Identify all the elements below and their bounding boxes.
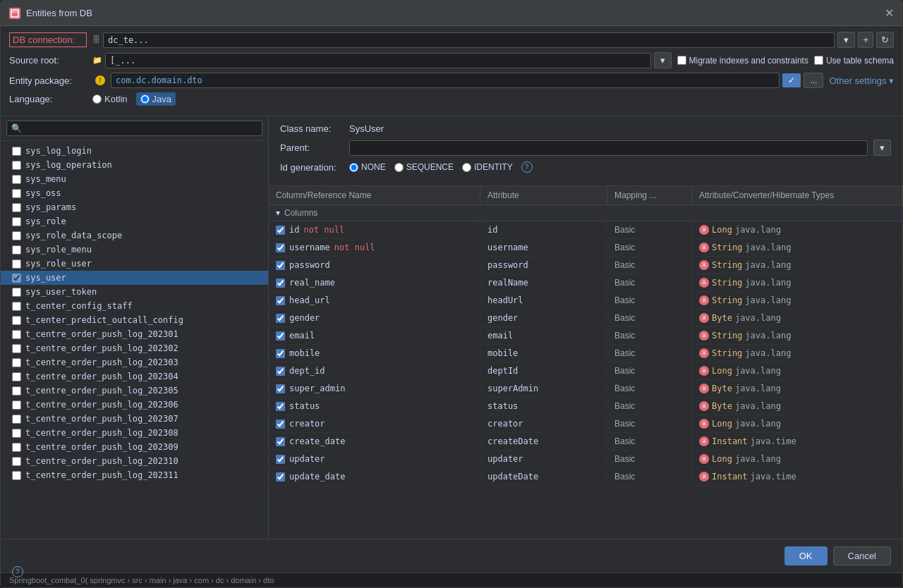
- table-checkbox[interactable]: [12, 415, 21, 424]
- table-checkbox[interactable]: [12, 288, 21, 297]
- col-checkbox[interactable]: [276, 437, 285, 446]
- identity-option[interactable]: IDENTITY: [462, 162, 513, 172]
- kotlin-option[interactable]: Kotlin: [92, 94, 128, 104]
- entity-package-browse[interactable]: ...: [804, 73, 823, 88]
- sequence-option[interactable]: SEQUENCE: [394, 162, 454, 172]
- col-checkbox[interactable]: [276, 296, 285, 305]
- table-item[interactable]: sys_role_menu: [1, 243, 268, 257]
- table-item[interactable]: t_centre_order_push_log_202303: [1, 355, 268, 369]
- col-checkbox[interactable]: [276, 278, 285, 288]
- parent-input[interactable]: [349, 140, 868, 156]
- table-item[interactable]: t_centre_order_push_log_202301: [1, 327, 268, 341]
- table-item[interactable]: t_centre_order_push_log_202311: [1, 468, 268, 482]
- entity-package-input[interactable]: [111, 73, 780, 88]
- table-checkbox[interactable]: [12, 386, 21, 396]
- table-checkbox[interactable]: [12, 471, 21, 480]
- col-checkbox[interactable]: [276, 243, 285, 252]
- table-checkbox[interactable]: [12, 217, 21, 226]
- table-item[interactable]: t_centre_order_push_log_202302: [1, 341, 268, 355]
- table-item[interactable]: sys_oss: [1, 186, 268, 200]
- table-checkbox[interactable]: [12, 457, 21, 466]
- use-table-schema-label[interactable]: Use table schema: [814, 56, 894, 66]
- table-item[interactable]: sys_user: [1, 271, 268, 285]
- col-checkbox[interactable]: [276, 349, 285, 358]
- db-connection-input[interactable]: [103, 32, 835, 48]
- table-item[interactable]: t_centre_order_push_log_202305: [1, 384, 268, 398]
- table-checkbox[interactable]: [12, 358, 21, 367]
- col-checkbox[interactable]: [276, 261, 285, 270]
- table-checkbox[interactable]: [12, 245, 21, 255]
- entity-package-confirm[interactable]: ✓: [782, 73, 801, 87]
- none-option[interactable]: NONE: [349, 162, 386, 172]
- col-name-cell: status: [269, 398, 480, 415]
- col-checkbox[interactable]: [276, 384, 285, 393]
- table-checkbox[interactable]: [12, 330, 21, 339]
- table-item[interactable]: sys_log_operation: [1, 158, 268, 172]
- table-item[interactable]: t_center_config_staff: [1, 299, 268, 313]
- source-root-input[interactable]: [105, 53, 651, 68]
- table-item[interactable]: sys_role: [1, 214, 268, 228]
- id-gen-help-icon: ?: [521, 161, 533, 173]
- close-button[interactable]: ✕: [885, 6, 894, 20]
- table-checkbox[interactable]: [12, 372, 21, 381]
- source-root-dropdown[interactable]: ▾: [654, 52, 672, 68]
- col-checkbox[interactable]: [276, 367, 285, 376]
- table-item[interactable]: t_center_predict_outcall_config: [1, 313, 268, 327]
- ok-button[interactable]: OK: [784, 546, 828, 565]
- db-connection-add[interactable]: +: [858, 32, 873, 48]
- table-item[interactable]: sys_params: [1, 200, 268, 214]
- table-item[interactable]: sys_menu: [1, 172, 268, 186]
- col-checkbox[interactable]: [276, 472, 285, 482]
- table-item[interactable]: t_centre_order_push_log_202304: [1, 369, 268, 384]
- db-connection-dropdown[interactable]: ▾: [837, 32, 855, 48]
- table-item[interactable]: sys_log_login: [1, 144, 268, 158]
- col-checkbox[interactable]: [276, 314, 285, 323]
- table-checkbox[interactable]: [12, 161, 21, 170]
- col-checkbox[interactable]: [276, 402, 285, 411]
- col-checkbox[interactable]: [276, 331, 285, 341]
- search-input[interactable]: [6, 121, 262, 136]
- table-checkbox[interactable]: [12, 203, 21, 212]
- java-radio[interactable]: [140, 94, 150, 104]
- sequence-radio[interactable]: [394, 163, 404, 172]
- id-gen-label: Id generation:: [280, 162, 344, 173]
- parent-dropdown[interactable]: ▾: [873, 140, 891, 156]
- kotlin-radio[interactable]: [92, 94, 102, 104]
- table-item[interactable]: t_centre_order_push_log_202309: [1, 440, 268, 454]
- use-table-schema-checkbox[interactable]: [814, 56, 823, 65]
- col-mapping-cell: Basic: [607, 221, 692, 238]
- table-checkbox[interactable]: [12, 259, 21, 269]
- table-checkbox[interactable]: [12, 344, 21, 353]
- table-item[interactable]: t_centre_order_push_log_202310: [1, 454, 268, 468]
- table-item[interactable]: sys_role_user: [1, 257, 268, 271]
- table-checkbox[interactable]: [12, 175, 21, 184]
- table-item[interactable]: t_centre_order_push_log_202308: [1, 426, 268, 440]
- java-option[interactable]: Java: [136, 92, 176, 106]
- table-checkbox[interactable]: [12, 443, 21, 452]
- db-connection-refresh[interactable]: ↻: [876, 32, 894, 48]
- table-checkbox[interactable]: [12, 231, 21, 240]
- table-checkbox[interactable]: [12, 274, 21, 283]
- table-item[interactable]: sys_role_data_scope: [1, 228, 268, 243]
- col-name-cell: real_name: [269, 274, 480, 291]
- migrate-indexes-label[interactable]: Migrate indexes and constraints: [677, 56, 808, 66]
- table-item[interactable]: sys_user_token: [1, 285, 268, 299]
- table-checkbox[interactable]: [12, 316, 21, 325]
- table-checkbox[interactable]: [12, 400, 21, 410]
- cancel-button[interactable]: Cancel: [833, 546, 891, 565]
- col-checkbox[interactable]: [276, 226, 285, 235]
- table-name: sys_log_operation: [25, 160, 112, 170]
- table-checkbox[interactable]: [12, 189, 21, 198]
- none-radio[interactable]: [349, 163, 358, 172]
- col-checkbox[interactable]: [276, 455, 285, 464]
- migrate-indexes-checkbox[interactable]: [677, 56, 686, 65]
- col-checkbox[interactable]: [276, 419, 285, 429]
- other-settings-link[interactable]: Other settings ▾: [829, 75, 894, 86]
- column-row: creatorcreatorBasicaLongjava.lang: [269, 415, 902, 433]
- table-checkbox[interactable]: [12, 429, 21, 438]
- table-checkbox[interactable]: [12, 147, 21, 156]
- table-item[interactable]: t_centre_order_push_log_202306: [1, 398, 268, 412]
- table-item[interactable]: t_centre_order_push_log_202307: [1, 412, 268, 426]
- table-checkbox[interactable]: [12, 302, 21, 311]
- identity-radio[interactable]: [462, 163, 471, 172]
